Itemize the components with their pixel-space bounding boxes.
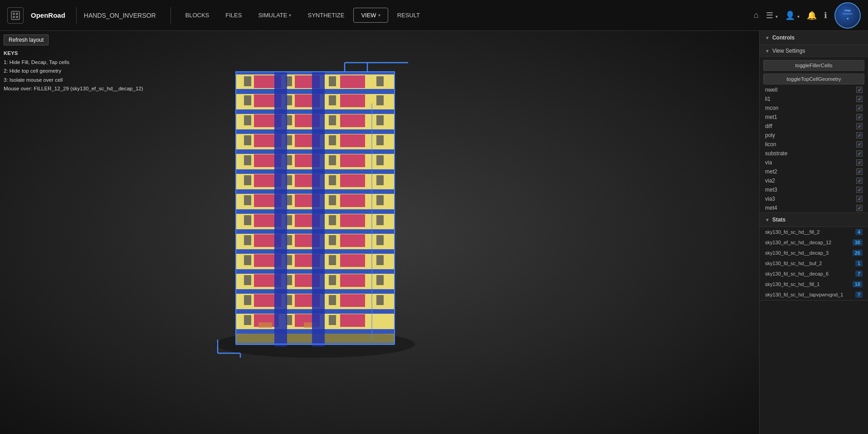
layer-name: licon [765, 141, 776, 148]
layer-name: nwell [765, 87, 777, 93]
layer-checkbox[interactable]: ✓ [856, 205, 863, 211]
stats-row-sky130_fd_sc_hd__fill_1: sky130_fd_sc_hd__fill_1 18 [760, 279, 868, 290]
layer-row-via[interactable]: via ✓ [760, 158, 868, 167]
layer-row-met4[interactable]: met4 ✓ [760, 203, 868, 212]
mouse-over-label: Mouse over: FILLER_12_29 (sky130_ef_sc_h… [4, 84, 143, 94]
layer-row-via2[interactable]: via2 ✓ [760, 176, 868, 185]
viewport-canvas: Refresh layout KEYS 1: Hide Fill, Decap,… [0, 31, 759, 434]
controls-header[interactable]: ▼ Controls [760, 31, 868, 45]
layer-checkbox[interactable]: ✓ [856, 105, 863, 111]
stats-item-name: sky130_fd_sc_hd__decap_3 [765, 250, 850, 256]
bell-icon[interactable]: 🔔 [807, 10, 817, 20]
nav-divider2 [171, 7, 171, 24]
layer-name: diff [765, 123, 772, 129]
chip-visual [195, 58, 435, 353]
svg-rect-21 [376, 76, 384, 86]
svg-rect-2 [16, 13, 18, 15]
svg-rect-110 [329, 255, 336, 265]
layer-name: poly [765, 132, 775, 138]
layer-row-met1[interactable]: met1 ✓ [760, 113, 868, 122]
svg-rect-28 [244, 95, 251, 105]
layer-row-mcon[interactable]: mcon ✓ [760, 104, 868, 113]
svg-rect-71 [376, 175, 384, 185]
stats-item-name: sky130_fd_sc_hd__tapvpwrvgnd_1 [765, 292, 853, 297]
svg-rect-90 [329, 215, 336, 225]
stats-header[interactable]: ▼ Stats [760, 213, 868, 227]
layer-row-substrate[interactable]: substrate ✓ [760, 149, 868, 158]
openroad-logo [7, 7, 24, 24]
stats-item-count: 26 [853, 250, 863, 256]
layer-row-met3[interactable]: met3 ✓ [760, 185, 868, 194]
refresh-layout-button[interactable]: Refresh layout [4, 35, 49, 45]
layer-checkbox[interactable]: ✓ [856, 168, 863, 175]
svg-rect-48 [244, 135, 251, 145]
layer-row-poly[interactable]: poly ✓ [760, 131, 868, 140]
layer-checkbox[interactable]: ✓ [856, 196, 863, 202]
layer-checkbox[interactable]: ✓ [856, 150, 863, 157]
layer-checkbox[interactable]: ✓ [856, 132, 863, 138]
key3: 3: Isolate mouse over cell [4, 76, 143, 85]
user-icon[interactable]: 👤 ▾ [785, 10, 800, 20]
svg-rect-38 [244, 115, 251, 125]
key2: 2: Hide top cell geometry [4, 67, 143, 76]
svg-rect-4 [16, 16, 18, 18]
stats-item-name: sky130_fd_sc_hd__decap_6 [765, 271, 853, 276]
layer-row-met2[interactable]: met2 ✓ [760, 167, 868, 176]
toggle-filler-button[interactable]: toggleFillerCells [763, 60, 864, 71]
controls-section: ▼ Controls ▼ View Settings toggleFillerC… [760, 31, 868, 213]
layer-checkbox[interactable]: ✓ [856, 87, 863, 93]
svg-rect-107 [340, 254, 365, 267]
layer-checkbox[interactable]: ✓ [856, 141, 863, 148]
stats-item-name: sky130_fd_sc_hd__buf_2 [765, 261, 853, 266]
svg-rect-18 [244, 76, 251, 86]
nav-synthetize[interactable]: SYNTHETIZE [300, 8, 351, 23]
layer-name: met1 [765, 114, 777, 120]
view-settings-header[interactable]: ▼ View Settings [760, 45, 868, 57]
svg-rect-51 [376, 135, 384, 145]
stats-row-sky130_fd_sc_hd__fill_2: sky130_fd_sc_hd__fill_2 4 [760, 227, 868, 237]
home-icon[interactable]: ⌂ [754, 10, 759, 20]
layer-name: li1 [765, 96, 770, 102]
layer-name: via3 [765, 196, 775, 202]
stats-row-sky130_fd_sc_hd__decap_6: sky130_fd_sc_hd__decap_6 7 [760, 269, 868, 279]
chip-inventor-badge[interactable]: Chip Inventor ✦ [834, 2, 861, 29]
viewport[interactable]: Refresh layout KEYS 1: Hide Fill, Decap,… [0, 31, 759, 434]
layer-row-via3[interactable]: via3 ✓ [760, 194, 868, 203]
layer-checkbox[interactable]: ✓ [856, 187, 863, 193]
menu-icon[interactable]: ☰ ▾ [766, 10, 778, 20]
layer-name: mcon [765, 105, 778, 111]
layer-row-diff[interactable]: diff ✓ [760, 122, 868, 131]
svg-rect-138 [244, 315, 251, 325]
layer-checkbox[interactable]: ✓ [856, 114, 863, 120]
simulate-chevron: ▾ [289, 13, 291, 18]
nav-files[interactable]: FILES [218, 8, 249, 23]
nav-view[interactable]: VIEW ▾ [353, 8, 388, 23]
layer-row-licon[interactable]: licon ✓ [760, 140, 868, 149]
project-name: HANDS_ON_INVERSOR [84, 12, 156, 19]
layer-name: met4 [765, 205, 777, 211]
nav-result[interactable]: RESULT [390, 8, 427, 23]
navbar: OpenRoad HANDS_ON_INVERSOR BLOCKS FILES … [0, 0, 868, 31]
svg-rect-78 [244, 195, 251, 205]
info-icon[interactable]: ℹ [824, 10, 827, 20]
svg-rect-47 [340, 134, 365, 147]
layer-checkbox[interactable]: ✓ [856, 178, 863, 184]
app-name: OpenRoad [27, 11, 69, 19]
svg-rect-120 [329, 275, 336, 285]
layer-checkbox[interactable]: ✓ [856, 96, 863, 102]
svg-rect-17 [340, 75, 365, 88]
layer-row-li1[interactable]: li1 ✓ [760, 94, 868, 104]
nav-blocks[interactable]: BLOCKS [178, 8, 217, 23]
key1: 1: Hide Fill, Decap, Tap cells [4, 58, 143, 67]
stats-item-name: sky130_ef_sc_hd__decap_12 [765, 240, 850, 245]
stats-row-sky130_ef_sc_hd__decap_12: sky130_ef_sc_hd__decap_12 38 [760, 237, 868, 248]
keys-title: KEYS [4, 49, 143, 58]
layer-row-nwell[interactable]: nwell ✓ [760, 85, 868, 94]
layer-checkbox[interactable]: ✓ [856, 159, 863, 166]
svg-rect-50 [329, 135, 336, 145]
svg-rect-140 [329, 315, 336, 325]
nav-simulate[interactable]: SIMULATE ▾ [251, 8, 298, 23]
layer-checkbox[interactable]: ✓ [856, 123, 863, 129]
svg-rect-100 [329, 235, 336, 245]
toggle-top-button[interactable]: toggleTopCellGeometry [763, 74, 864, 84]
